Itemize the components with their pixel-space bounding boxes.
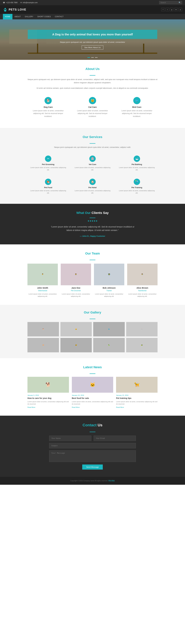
nav-gallery[interactable]: GALLERY	[23, 14, 36, 19]
services-title-accent: Our	[83, 135, 88, 139]
social-linkedin[interactable]: in	[174, 8, 178, 11]
nav-shortcodes[interactable]: SHORT CODES	[36, 14, 53, 19]
testimonials-title: What Our Clients Say	[3, 211, 182, 215]
testimonials-quote: "Lorem ipsum dolor sit amet, consectetur…	[49, 225, 136, 232]
about-card-icon-2: 🐱	[89, 97, 96, 104]
contact-submit-button[interactable]: Send Message	[82, 464, 103, 470]
hero-dot-3[interactable]	[95, 57, 98, 58]
blog-read-more-3[interactable]: Read More	[116, 406, 124, 408]
testimonials-stars: ★★★★★	[3, 220, 182, 222]
contact-message-input[interactable]	[49, 450, 136, 462]
nav-contact[interactable]: CONTACT	[53, 14, 66, 19]
service-text-4: Lorem ipsum dolor sit amet, consectetur …	[30, 190, 67, 194]
contact-name-input[interactable]	[49, 436, 91, 441]
testimonials-section: What Our Clients Say ★★★★★ "Lorem ipsum …	[0, 204, 185, 244]
team-grid: 👨‍⚕️ John Smith Veterinarian Lorem ipsum…	[28, 264, 158, 298]
hero-section: A Dog is the only animal that loves you …	[0, 19, 185, 60]
hero-cta-button[interactable]: See More About Us	[82, 46, 104, 50]
gallery-item-8[interactable]: 🐢	[126, 338, 158, 352]
about-title-wrap: About Us	[28, 67, 158, 76]
service-icon-1: ✂	[45, 156, 51, 162]
nav-home[interactable]: HOME	[3, 14, 12, 19]
svg-point-1	[4, 10, 6, 12]
service-item-3: 🛁 Pet Bathing Lorem ipsum dolor sit amet…	[116, 153, 158, 174]
blog-excerpt-3: Lorem ipsum dolor sit amet, consectetur …	[116, 400, 158, 405]
nav-about[interactable]: ABOUT	[12, 14, 23, 19]
team-title-accent: Our	[85, 252, 91, 255]
search-icon[interactable]: 🔍	[179, 2, 181, 4]
hero-subtitle: Neque porro quisquam est, qui dolorem ip…	[28, 41, 157, 43]
gallery-item-7[interactable]: 🦜	[93, 338, 125, 352]
main-nav: HOME ABOUT GALLERY SHORT CODES CONTACT	[0, 14, 185, 19]
service-text-1: Lorem ipsum dolor sit amet, consectetur …	[30, 166, 67, 171]
gallery-title: Our Gallery	[84, 310, 101, 314]
blog-section: Latest News 🐕 January 5, 2016 How to car…	[0, 358, 185, 416]
hero-dot-2[interactable]	[91, 57, 94, 58]
service-item-2: 🏥 Vet Care Lorem ipsum dolor sit amet, c…	[72, 153, 113, 174]
blog-read-more-1[interactable]: Read More	[28, 406, 35, 408]
service-title-5: Pet Hotel	[74, 186, 111, 188]
service-icon-2: 🏥	[89, 156, 96, 162]
team-member-4: 👩‍🔬 Alice Brown Nutritionist Lorem ipsum…	[127, 264, 158, 298]
gallery-item-4[interactable]: 🐰	[126, 322, 158, 336]
logo[interactable]: PETS LOVE	[3, 7, 26, 12]
about-card-text-1: Lorem ipsum dolor sit amet, consectetur …	[30, 110, 66, 118]
social-google[interactable]: g	[170, 8, 174, 11]
phone-icon: ☎	[3, 2, 5, 4]
service-text-6: Lorem ipsum dolor sit amet, consectetur …	[118, 190, 155, 194]
contact-title-suffix: Us	[98, 423, 102, 427]
about-text2: Ut enim ad minima veniam, quis nostrum e…	[28, 86, 158, 90]
service-title-2: Vet Care	[74, 163, 111, 166]
gallery-item-3[interactable]: 🐦	[93, 322, 125, 336]
team-member-1: 👨‍⚕️ John Smith Veterinarian Lorem ipsum…	[28, 264, 58, 298]
blog-date-1: January 5, 2016	[28, 394, 69, 396]
testimonials-author: — John D., Happy Customer	[3, 235, 182, 237]
email-icon: ✉	[20, 2, 22, 4]
contact-name-email-row	[49, 436, 136, 441]
contact-subject-input[interactable]	[49, 443, 136, 448]
social-pinterest[interactable]: p	[179, 8, 182, 11]
team-desc-4: Lorem ipsum dolor sit amet, consectetur …	[127, 293, 158, 298]
gallery-item-1[interactable]: 🐕	[28, 322, 59, 336]
about-card-text-3: Lorem ipsum dolor sit amet, consectetur …	[119, 110, 155, 118]
top-bar-left: ☎ +123 456 7890 ✉ info@example.com	[3, 2, 38, 4]
blog-date-2: January 10, 2016	[72, 394, 113, 396]
service-item-1: ✂ Pet Grooming Lorem ipsum dolor sit ame…	[28, 153, 69, 174]
gallery-title-accent: Our	[84, 310, 90, 314]
contact-email-input[interactable]	[94, 436, 136, 441]
about-card-title-1: Dog Care	[30, 106, 66, 108]
service-item-6: 🎾 Pet Training Lorem ipsum dolor sit ame…	[116, 176, 158, 196]
gallery-item-2[interactable]: 🐱	[60, 322, 92, 336]
team-member-2: 👩‍⚕️ Jane Doe Pet Groomer Lorem ipsum do…	[61, 264, 91, 298]
about-card-icon-3: 🐦	[133, 97, 140, 104]
about-card-text-2: Lorem ipsum dolor sit amet, consectetur …	[75, 110, 110, 118]
social-twitter[interactable]: t	[166, 8, 169, 11]
gallery-divider	[90, 319, 96, 319]
contact-section: Contact Us Send Message	[0, 416, 185, 477]
team-inner: Our Team 👨‍⚕️ John Smith Veterinarian Lo…	[28, 252, 158, 298]
gallery-item-5[interactable]: 🐹	[28, 338, 59, 352]
team-name-2: Jane Doe	[61, 287, 91, 289]
contact-form: Send Message	[49, 436, 136, 470]
about-cards: 🐕 Dog Care Lorem ipsum dolor sit amet, c…	[28, 94, 158, 121]
about-card-2: 🐱 Cat Care Lorem ipsum dolor sit amet, c…	[72, 94, 113, 121]
phone-contact: ☎ +123 456 7890	[3, 2, 18, 4]
team-desc-1: Lorem ipsum dolor sit amet, consectetur …	[28, 293, 58, 298]
blog-read-more-2[interactable]: Read More	[72, 406, 80, 408]
search-box[interactable]: 🔍	[159, 1, 182, 4]
social-facebook[interactable]: f	[161, 8, 165, 11]
logo-icon	[3, 7, 8, 12]
about-card-3: 🐦 Bird Care Lorem ipsum dolor sit amet, …	[116, 94, 158, 121]
blog-title-accent: Latest	[83, 365, 93, 369]
team-desc-2: Lorem ipsum dolor sit amet, consectetur …	[61, 293, 91, 298]
contact-title-accent: Contact	[82, 423, 96, 427]
service-title-4: Pet Food	[30, 186, 67, 188]
gallery-grid: 🐕 🐱 🐦 🐰 🐹 🐠 🦜 🐢	[28, 322, 158, 352]
footer-credit-link[interactable]: 网友模板	[108, 480, 115, 482]
gallery-item-6[interactable]: 🐠	[60, 338, 92, 352]
service-icon-4: 🍖	[45, 179, 51, 185]
search-input[interactable]	[160, 2, 178, 4]
blog-divider	[90, 374, 96, 374]
hero-dot-1[interactable]	[88, 57, 90, 58]
contact-title: Contact Us	[3, 423, 182, 427]
